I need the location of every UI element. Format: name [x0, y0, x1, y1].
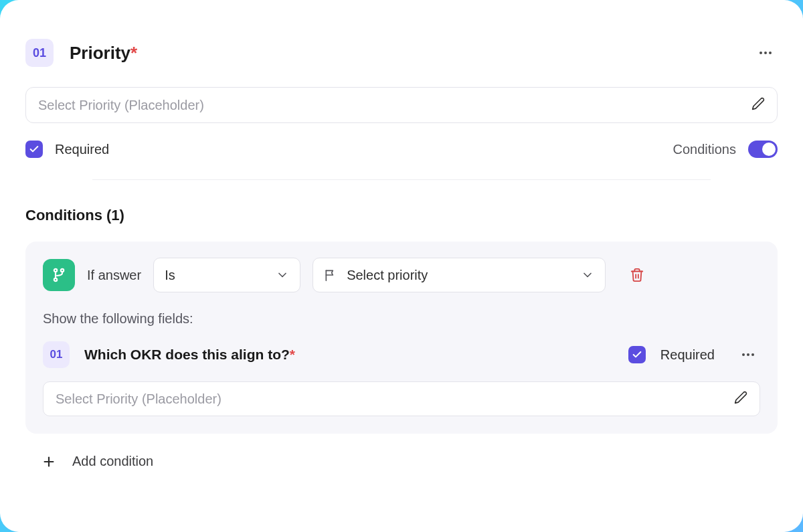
- branch-icon: [51, 267, 67, 283]
- svg-point-2: [769, 52, 772, 54]
- chevron-down-icon: [581, 268, 594, 282]
- add-condition-label: Add condition: [72, 454, 153, 469]
- edit-icon[interactable]: [734, 391, 747, 407]
- priority-select-placeholder: Select Priority (Placeholder): [38, 98, 743, 113]
- conditions-heading: Conditions (1): [25, 207, 778, 224]
- nested-required-checkbox[interactable]: [628, 346, 646, 363]
- trash-icon: [630, 268, 644, 282]
- plus-icon: [41, 454, 56, 469]
- options-row: Required Conditions: [25, 141, 778, 158]
- nested-number-badge: 01: [43, 341, 70, 368]
- show-following-label: Show the following fields:: [43, 311, 760, 327]
- more-horizontal-icon: [757, 45, 774, 61]
- chevron-down-icon: [276, 268, 289, 282]
- nested-more-button[interactable]: [736, 343, 760, 367]
- svg-point-9: [747, 353, 749, 356]
- svg-point-8: [742, 353, 745, 356]
- svg-point-0: [760, 52, 762, 54]
- nested-field-header: 01 Which OKR does this align to?* Requir…: [43, 341, 760, 368]
- field-title-text: Priority: [70, 43, 130, 63]
- conditions-toggle-label: Conditions: [673, 142, 736, 157]
- more-horizontal-icon: [740, 347, 756, 363]
- nested-required-label: Required: [660, 347, 715, 363]
- condition-value-placeholder: Select priority: [347, 268, 571, 283]
- delete-condition-button[interactable]: [630, 268, 644, 282]
- required-asterisk: *: [290, 347, 295, 362]
- add-condition-button[interactable]: Add condition: [25, 454, 778, 469]
- condition-panel: If answer Is Select priority Show the fo…: [25, 242, 778, 434]
- priority-select[interactable]: Select Priority (Placeholder): [25, 87, 778, 123]
- field-more-button[interactable]: [753, 41, 778, 65]
- edit-icon[interactable]: [751, 97, 765, 113]
- required-checkbox[interactable]: [25, 141, 43, 158]
- svg-point-10: [751, 353, 754, 356]
- divider: [92, 179, 711, 180]
- if-answer-label: If answer: [87, 268, 141, 283]
- field-header: 01 Priority*: [25, 39, 778, 67]
- nested-priority-select[interactable]: Select Priority (Placeholder): [43, 381, 760, 416]
- nested-placeholder-text: Select Priority (Placeholder): [56, 391, 726, 407]
- field-number-badge: 01: [25, 39, 54, 67]
- condition-rule-row: If answer Is Select priority: [43, 258, 760, 292]
- condition-value-select[interactable]: Select priority: [313, 258, 606, 292]
- field-title: Priority*: [70, 43, 137, 64]
- nested-field-title: Which OKR does this align to?*: [84, 347, 295, 363]
- branch-icon-box: [43, 259, 75, 291]
- conditions-toggle[interactable]: [748, 141, 778, 158]
- required-asterisk: *: [130, 43, 137, 63]
- operator-select[interactable]: Is: [153, 258, 300, 292]
- operator-value: Is: [165, 268, 266, 283]
- nested-title-text: Which OKR does this align to?: [84, 347, 290, 362]
- svg-point-1: [764, 52, 767, 54]
- flag-icon: [324, 268, 337, 282]
- required-label: Required: [55, 142, 109, 157]
